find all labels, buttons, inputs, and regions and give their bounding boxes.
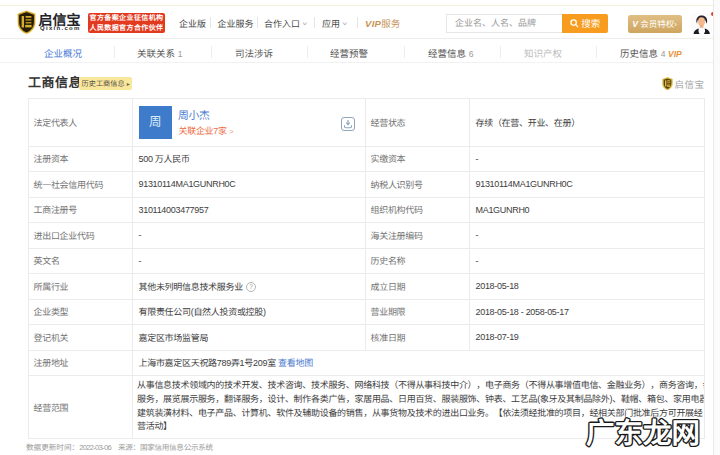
svg-text:广东龙网: 广东龙网 — [586, 417, 700, 449]
